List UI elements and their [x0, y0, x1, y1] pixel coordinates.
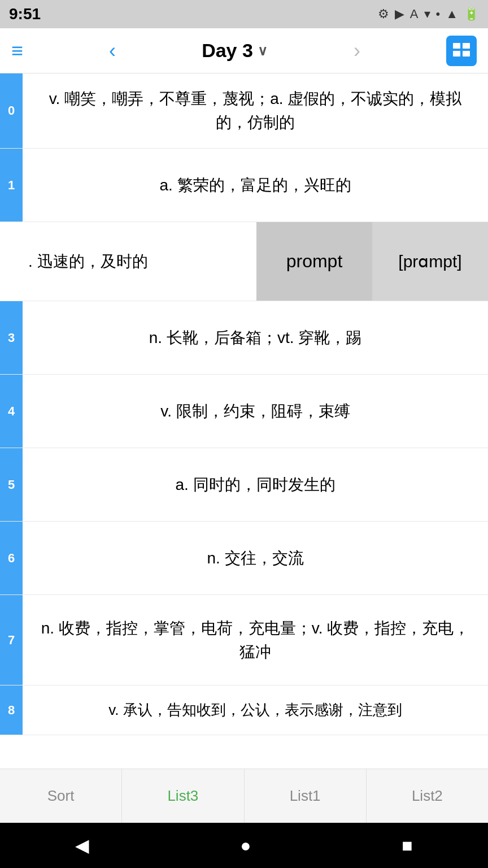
- vocab-item-8[interactable]: 8 v. 承认，告知收到，公认，表示感谢，注意到: [0, 685, 488, 735]
- vocab-content-5: a. 同时的，同时发生的: [23, 448, 488, 521]
- vocab-definition-5: a. 同时的，同时发生的: [175, 473, 335, 497]
- day-title-text: Day 3: [202, 40, 253, 62]
- dropdown-icon: ∨: [258, 43, 268, 59]
- play-icon: ▶: [395, 7, 404, 21]
- vocab-definition-2: . 迅速的，及时的: [28, 250, 148, 274]
- svg-rect-0: [453, 43, 460, 49]
- accessibility-icon: A: [410, 7, 419, 21]
- wifi-icon: ▾: [424, 7, 430, 21]
- vocab-item-0[interactable]: 0 v. 嘲笑，嘲弄，不尊重，蔑视；a. 虚假的，不诚实的，模拟的，仿制的: [0, 73, 488, 149]
- settings-icon: ⚙: [378, 7, 389, 21]
- vocab-content-7: n. 收费，指控，掌管，电荷，充电量；v. 收费，指控，充电，猛冲: [23, 595, 488, 685]
- popup-phonetic-button[interactable]: [prɑmpt]: [372, 222, 488, 301]
- android-back-button[interactable]: ◀: [75, 835, 89, 856]
- vocab-list: 0 v. 嘲笑，嘲弄，不尊重，蔑视；a. 虚假的，不诚实的，模拟的，仿制的 1 …: [0, 73, 488, 769]
- popup-overlay: prompt [prɑmpt]: [256, 222, 488, 301]
- vocab-item-6[interactable]: 6 n. 交往，交流: [0, 522, 488, 595]
- menu-button[interactable]: ≡: [11, 39, 23, 63]
- vocab-item-3[interactable]: 3 n. 长靴，后备箱；vt. 穿靴，踢: [0, 301, 488, 375]
- vocab-definition-4: v. 限制，约束，阻碍，束缚: [160, 400, 350, 423]
- status-icons: ⚙ ▶ A ▾ • ▲ 🔋: [378, 7, 479, 21]
- vocab-index-1: 1: [0, 149, 23, 222]
- vocab-index-8: 8: [0, 685, 23, 735]
- vocab-definition-0: v. 嘲笑，嘲弄，不尊重，蔑视；a. 虚假的，不诚实的，模拟的，仿制的: [34, 87, 477, 134]
- tab-sort[interactable]: Sort: [0, 769, 122, 823]
- vocab-definition-6: n. 交往，交流: [207, 546, 303, 570]
- vocab-content-8: v. 承认，告知收到，公认，表示感谢，注意到: [23, 685, 488, 735]
- vocab-item-1[interactable]: 1 a. 繁荣的，富足的，兴旺的: [0, 149, 488, 222]
- android-nav-bar: ◀ ● ■: [0, 823, 488, 868]
- svg-rect-1: [463, 43, 470, 49]
- list-grid-icon: [452, 41, 471, 60]
- battery-icon: 🔋: [464, 7, 479, 21]
- android-home-button[interactable]: ●: [240, 835, 251, 856]
- vocab-index-5: 5: [0, 448, 23, 521]
- vocab-definition-7: n. 收费，指控，掌管，电荷，充电量；v. 收费，指控，充电，猛冲: [34, 617, 477, 664]
- vocab-content-0: v. 嘲笑，嘲弄，不尊重，蔑视；a. 虚假的，不诚实的，模拟的，仿制的: [23, 73, 488, 148]
- vocab-index-6: 6: [0, 522, 23, 594]
- signal-icon: ▲: [446, 7, 458, 21]
- vocab-definition-1: a. 繁荣的，富足的，兴旺的: [159, 173, 351, 197]
- nav-bar: ≡ ‹ Day 3 ∨ ›: [0, 28, 488, 73]
- svg-rect-3: [463, 51, 470, 57]
- vocab-content-6: n. 交往，交流: [23, 522, 488, 594]
- forward-button[interactable]: ›: [354, 39, 360, 63]
- popup-word-button[interactable]: prompt: [256, 222, 372, 301]
- vocab-item-5[interactable]: 5 a. 同时的，同时发生的: [0, 448, 488, 522]
- vocab-definition-3: n. 长靴，后备箱；vt. 穿靴，踢: [149, 326, 361, 350]
- tab-list2[interactable]: List2: [367, 769, 488, 823]
- vocab-content-1: a. 繁荣的，富足的，兴旺的: [23, 149, 488, 222]
- svg-rect-2: [453, 51, 460, 57]
- status-bar: 9:51 ⚙ ▶ A ▾ • ▲ 🔋: [0, 0, 488, 28]
- vocab-content-4: v. 限制，约束，阻碍，束缚: [23, 375, 488, 448]
- android-recents-button[interactable]: ■: [402, 835, 412, 856]
- vocab-item-2[interactable]: . 迅速的，及时的 prompt [prɑmpt]: [0, 222, 488, 301]
- vocab-index-3: 3: [0, 301, 23, 374]
- tab-bar: Sort List3 List1 List2: [0, 769, 488, 823]
- vocab-content-3: n. 长靴，后备箱；vt. 穿靴，踢: [23, 301, 488, 374]
- tab-list3[interactable]: List3: [122, 769, 244, 823]
- tab-list1[interactable]: List1: [245, 769, 367, 823]
- vocab-index-4: 4: [0, 375, 23, 448]
- dot-icon: •: [436, 7, 441, 21]
- day-title[interactable]: Day 3 ∨: [202, 40, 268, 62]
- vocab-item-7[interactable]: 7 n. 收费，指控，掌管，电荷，充电量；v. 收费，指控，充电，猛冲: [0, 595, 488, 685]
- back-button[interactable]: ‹: [109, 39, 116, 63]
- vocab-definition-8: v. 承认，告知收到，公认，表示感谢，注意到: [108, 699, 402, 721]
- vocab-index-7: 7: [0, 595, 23, 685]
- status-time: 9:51: [9, 5, 41, 23]
- vocab-index-0: 0: [0, 73, 23, 148]
- vocab-item-4[interactable]: 4 v. 限制，约束，阻碍，束缚: [0, 375, 488, 448]
- list-view-button[interactable]: [446, 36, 477, 66]
